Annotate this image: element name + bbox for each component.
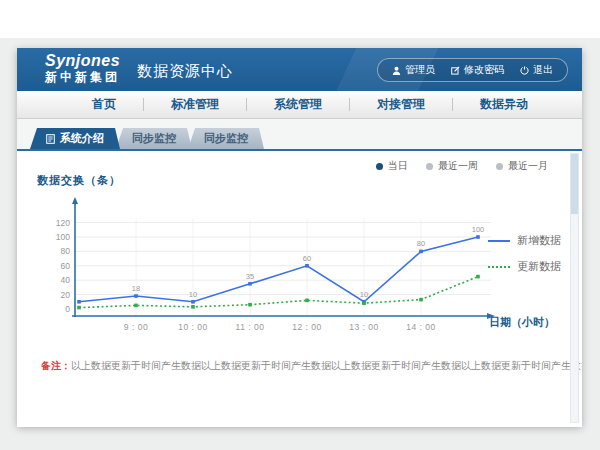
svg-text:14 : 00: 14 : 00 bbox=[406, 322, 436, 332]
main-nav: 首页 标准管理 系统管理 对接管理 数据异动 bbox=[17, 91, 582, 119]
nav-item-system-mgmt[interactable]: 系统管理 bbox=[247, 96, 349, 113]
nav-item-standard-mgmt[interactable]: 标准管理 bbox=[144, 96, 246, 113]
svg-text:13 : 00: 13 : 00 bbox=[349, 322, 379, 332]
svg-text:35: 35 bbox=[246, 272, 254, 281]
tab-sync-monitor-1[interactable]: 同步监控 bbox=[116, 128, 192, 149]
nav-item-data-change[interactable]: 数据异动 bbox=[453, 96, 555, 113]
app-header: Synjones 新中新集团 数据资源中心 管理员 修改密码 退出 bbox=[17, 48, 582, 91]
svg-text:10: 10 bbox=[189, 290, 197, 299]
svg-text:80: 80 bbox=[417, 239, 425, 248]
edit-icon bbox=[451, 66, 460, 75]
radio-dot-icon bbox=[376, 163, 383, 170]
power-icon bbox=[520, 66, 529, 75]
logo-company: 新中新集团 bbox=[45, 70, 120, 85]
admin-user-button[interactable]: 管理员 bbox=[392, 63, 435, 77]
logo-brand: Synjones bbox=[45, 52, 120, 70]
user-toolbar: 管理员 修改密码 退出 bbox=[377, 58, 568, 82]
svg-text:10 : 00: 10 : 00 bbox=[178, 322, 208, 332]
svg-text:100: 100 bbox=[56, 232, 70, 242]
legend-item-new-data[interactable]: 新增数据 bbox=[488, 233, 561, 248]
tab-system-intro[interactable]: 系统介绍 bbox=[30, 128, 120, 149]
nav-item-home[interactable]: 首页 bbox=[65, 96, 143, 113]
x-axis-title: 日期（小时） bbox=[489, 315, 555, 330]
legend-item-update-data[interactable]: 更新数据 bbox=[488, 259, 561, 274]
svg-text:20: 20 bbox=[61, 290, 71, 300]
screen: Synjones 新中新集团 数据资源中心 管理员 修改密码 退出 bbox=[0, 0, 600, 450]
svg-text:40: 40 bbox=[61, 275, 71, 285]
nav-item-interface-mgmt[interactable]: 对接管理 bbox=[350, 96, 452, 113]
change-password-button[interactable]: 修改密码 bbox=[451, 63, 504, 77]
footnote-label: 备注： bbox=[41, 360, 71, 371]
svg-text:60: 60 bbox=[61, 261, 71, 271]
svg-text:12 : 00: 12 : 00 bbox=[292, 322, 322, 332]
radio-dot-icon bbox=[496, 163, 503, 170]
svg-text:120: 120 bbox=[56, 218, 70, 228]
document-icon bbox=[46, 134, 55, 144]
svg-text:18: 18 bbox=[132, 284, 140, 293]
range-option-last-week[interactable]: 最近一周 bbox=[426, 159, 478, 173]
legend-line-sample bbox=[488, 240, 510, 242]
svg-text:0: 0 bbox=[65, 304, 70, 314]
line-chart: 0204060801001209 : 0010 : 0011 : 0012 : … bbox=[39, 189, 509, 339]
tab-sync-monitor-2[interactable]: 同步监控 bbox=[188, 128, 264, 149]
legend-line-sample bbox=[488, 266, 510, 268]
content-panel: 当日 最近一周 最近一月 数据交换（条） 0204060801001209 : … bbox=[17, 149, 582, 427]
svg-text:11 : 00: 11 : 00 bbox=[236, 322, 265, 332]
range-option-last-month[interactable]: 最近一月 bbox=[496, 159, 548, 173]
range-option-today[interactable]: 当日 bbox=[376, 159, 408, 173]
scrollbar-thumb[interactable] bbox=[571, 154, 578, 214]
svg-text:100: 100 bbox=[472, 225, 485, 234]
chart-legend: 新增数据 更新数据 bbox=[488, 233, 561, 285]
y-axis-title: 数据交换（条） bbox=[37, 173, 121, 188]
footnote-text: 以上数据更新于时间产生数据以上数据更新于时间产生数据以上数据更新于时间产生数据以… bbox=[71, 360, 582, 371]
tab-bar: 系统介绍 同步监控 同步监控 bbox=[17, 128, 582, 149]
page-title: 数据资源中心 bbox=[137, 62, 233, 81]
panel-scrollbar[interactable] bbox=[570, 153, 579, 423]
range-filter-group: 当日 最近一周 最近一月 bbox=[376, 159, 548, 173]
logout-button[interactable]: 退出 bbox=[520, 63, 553, 77]
footnote: 备注：以上数据更新于时间产生数据以上数据更新于时间产生数据以上数据更新于时间产生… bbox=[17, 359, 582, 373]
radio-dot-icon bbox=[426, 163, 433, 170]
svg-text:60: 60 bbox=[303, 254, 311, 263]
tab-gap bbox=[17, 119, 582, 128]
app-window: Synjones 新中新集团 数据资源中心 管理员 修改密码 退出 bbox=[17, 48, 582, 426]
company-logo: Synjones 新中新集团 bbox=[45, 52, 120, 85]
svg-text:9 : 00: 9 : 00 bbox=[124, 322, 148, 332]
svg-text:80: 80 bbox=[61, 246, 71, 256]
user-icon bbox=[392, 66, 401, 75]
svg-text:10: 10 bbox=[360, 290, 368, 299]
